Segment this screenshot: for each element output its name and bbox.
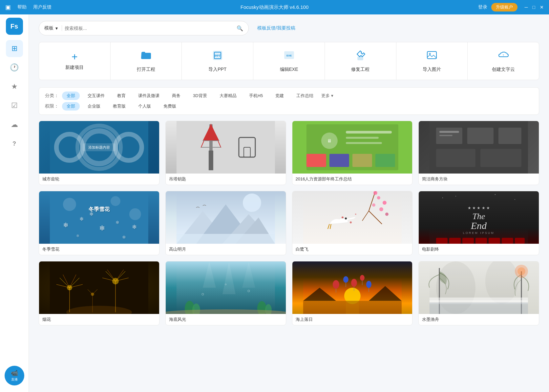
filter-perm-enterprise[interactable]: 企业版 bbox=[83, 102, 105, 111]
action-import-image[interactable]: 导入图片 bbox=[396, 42, 468, 80]
filter-cat-mobile-h5[interactable]: 手机H5 bbox=[244, 92, 268, 100]
filter-perm-all[interactable]: 全部 bbox=[62, 102, 80, 111]
filter-cat-business[interactable]: 商务 bbox=[167, 92, 185, 100]
svg-point-102 bbox=[67, 285, 72, 290]
svg-text:❄: ❄ bbox=[116, 220, 119, 225]
sidebar-item-help[interactable]: ? bbox=[6, 135, 23, 152]
svg-rect-92 bbox=[515, 238, 525, 244]
menu-help[interactable]: 帮助 bbox=[17, 4, 27, 10]
category-filter-label: 分类： bbox=[45, 93, 59, 99]
template-city-gear[interactable]: 添加标题内容 城市齿轮 bbox=[39, 121, 159, 185]
svg-rect-33 bbox=[352, 154, 372, 167]
sidebar-item-tasks[interactable]: ☑ bbox=[6, 97, 23, 114]
svg-rect-39 bbox=[436, 149, 475, 167]
template-ink-boat[interactable]: 水墨渔舟 bbox=[418, 261, 539, 325]
menu-feedback[interactable]: 用户反馈 bbox=[33, 4, 52, 10]
filter-cat-3d-bg[interactable]: 3D背景 bbox=[188, 92, 212, 100]
minimize-button[interactable]: ─ bbox=[525, 5, 528, 10]
action-import-ppt[interactable]: PPT 导入PPT bbox=[182, 42, 253, 80]
action-edit-exe[interactable]: EXE 编辑EXE bbox=[253, 42, 325, 80]
filter-more-button[interactable]: 更多 ▾ bbox=[321, 93, 333, 99]
sidebar-item-cloud[interactable]: ☁ bbox=[6, 116, 23, 133]
svg-rect-42 bbox=[439, 135, 453, 136]
feedback-link[interactable]: 模板反馈/我要投稿 bbox=[257, 25, 295, 31]
login-button[interactable]: 登录 bbox=[478, 4, 487, 10]
sidebar-item-favorites[interactable]: ★ bbox=[6, 78, 23, 95]
filter-cat-education[interactable]: 教育 bbox=[113, 92, 130, 100]
action-new-project[interactable]: + 新建项目 bbox=[39, 42, 111, 80]
filter-cat-party[interactable]: 党建 bbox=[271, 92, 288, 100]
window-controls: ─ □ ✕ bbox=[525, 5, 544, 10]
repair-project-label: 修复工程 bbox=[351, 67, 370, 72]
upgrade-button[interactable]: 升级账户 bbox=[491, 3, 517, 11]
svg-point-76 bbox=[345, 217, 347, 219]
template-name-hr-2016: 2016人力资源部年终工作总结 bbox=[292, 174, 412, 185]
template-name-ink-boat: 水墨渔舟 bbox=[419, 314, 539, 325]
check-icon: ☑ bbox=[11, 101, 18, 110]
live-label: 直播 bbox=[11, 377, 18, 382]
action-create-wordcloud[interactable]: T 创建文字云 bbox=[468, 42, 539, 80]
search-icon[interactable]: 🔍 bbox=[237, 25, 243, 31]
image-icon bbox=[426, 50, 438, 64]
template-tower-key[interactable]: 吊塔钥匙 bbox=[165, 121, 286, 185]
template-name-tower-key: 吊塔钥匙 bbox=[166, 174, 286, 185]
svg-text:T: T bbox=[503, 54, 504, 56]
cloud-icon: ☁ bbox=[11, 120, 18, 129]
svg-text:❄: ❄ bbox=[122, 235, 126, 240]
template-simple-biz[interactable]: 简洁商务方块 bbox=[418, 121, 539, 185]
svg-text:冬季雪花: 冬季雪花 bbox=[88, 206, 110, 212]
help-icon: ? bbox=[12, 140, 16, 147]
filter-perm-personal[interactable]: 个人版 bbox=[134, 102, 156, 111]
filter-cat-micro-course[interactable]: 课件及微课 bbox=[134, 92, 164, 100]
close-button[interactable]: ✕ bbox=[540, 5, 544, 10]
filter-perm-free[interactable]: 免费版 bbox=[159, 102, 181, 111]
filter-cat-competition[interactable]: 大赛精品 bbox=[215, 92, 241, 100]
svg-text:The: The bbox=[473, 212, 485, 221]
star-icon: ★ bbox=[11, 82, 18, 91]
template-name-fireworks: 烟花 bbox=[39, 314, 159, 325]
template-winter-snow[interactable]: ❄ ❄ ❄ ❄ ❄ ❄ ❄ ❄ 冬季雪花 冬季雪花 bbox=[39, 191, 159, 255]
svg-rect-88 bbox=[462, 238, 474, 244]
template-mountain-moon[interactable]: 高山明月 bbox=[165, 191, 286, 255]
svg-rect-63 bbox=[303, 191, 401, 244]
svg-text:❄: ❄ bbox=[89, 211, 94, 217]
template-seabed[interactable]: 海底风光 bbox=[165, 261, 286, 325]
search-category-selector[interactable]: 模板 ▾ bbox=[44, 25, 62, 31]
template-fireworks[interactable]: 烟花 bbox=[39, 261, 159, 325]
svg-rect-6 bbox=[427, 52, 436, 59]
import-image-label: 导入图片 bbox=[423, 67, 441, 72]
sidebar-item-home[interactable]: ⊞ bbox=[6, 40, 23, 57]
template-hr-2016[interactable]: 🖥 2016人力资源部年终工作总结 bbox=[292, 121, 413, 185]
titlebar: ▣ 帮助 用户反馈 Focusky动画演示大师 v4.6.100 登录 升级账户… bbox=[0, 0, 549, 14]
app-title: Focusky动画演示大师 v4.6.100 bbox=[241, 4, 309, 10]
filter-cat-interactive[interactable]: 交互课件 bbox=[83, 92, 109, 100]
svg-rect-29 bbox=[346, 137, 378, 139]
sidebar-live-button[interactable]: 📹 直播 bbox=[5, 366, 24, 385]
svg-point-75 bbox=[355, 214, 356, 215]
search-input[interactable] bbox=[65, 26, 237, 31]
template-movie-end[interactable]: ★ ★ ★ ★ ★ The End LOREM IPSUM bbox=[418, 191, 539, 255]
svg-point-44 bbox=[63, 198, 76, 211]
template-name-seabed: 海底风光 bbox=[166, 314, 286, 325]
svg-text:EXE: EXE bbox=[286, 54, 292, 57]
filter-cat-all[interactable]: 全部 bbox=[62, 92, 80, 100]
template-white-heron[interactable]: 白鹭飞 bbox=[292, 191, 413, 255]
app-logo[interactable]: Fs bbox=[6, 18, 23, 35]
svg-point-69 bbox=[382, 201, 386, 205]
filter-cat-work-summary[interactable]: 工作总结 bbox=[292, 92, 318, 100]
template-sunset-sea[interactable]: 海上落日 bbox=[292, 261, 413, 325]
svg-rect-87 bbox=[449, 238, 461, 244]
svg-point-45 bbox=[111, 196, 120, 206]
svg-text:添加标题内容: 添加标题内容 bbox=[88, 145, 110, 149]
maximize-button[interactable]: □ bbox=[533, 5, 535, 10]
svg-point-141 bbox=[366, 281, 371, 288]
titlebar-icon: ▣ bbox=[5, 4, 11, 11]
sidebar-item-recent[interactable]: 🕐 bbox=[6, 59, 23, 76]
main-content: 模板 ▾ 🔍 模板反馈/我要投稿 + 新建项目 打开工程 bbox=[29, 14, 549, 392]
action-repair-project[interactable]: 修复工程 bbox=[325, 42, 396, 80]
permission-filter-label: 权限： bbox=[45, 103, 59, 109]
svg-rect-5 bbox=[358, 57, 363, 60]
action-open-project[interactable]: 打开工程 bbox=[111, 42, 182, 80]
filter-perm-education[interactable]: 教育版 bbox=[108, 102, 130, 111]
folder-icon bbox=[140, 50, 152, 64]
